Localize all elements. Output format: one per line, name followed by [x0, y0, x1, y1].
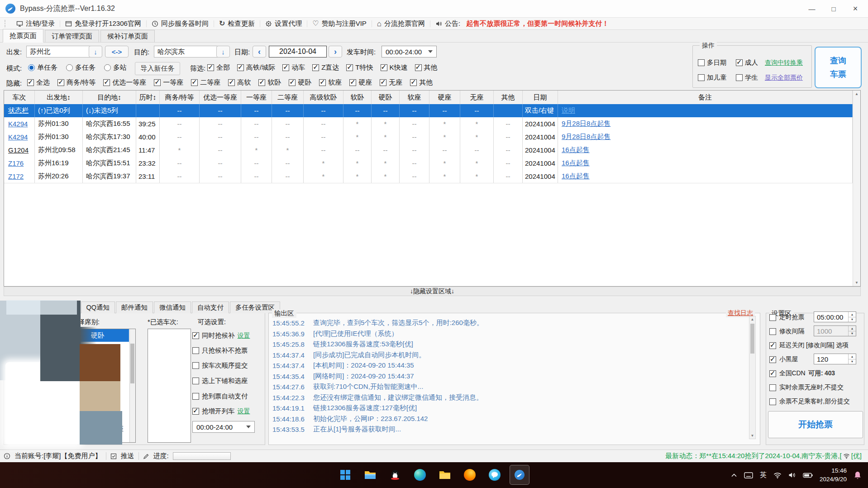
tab-mail-notify[interactable]: 邮件通知 [116, 301, 153, 313]
tab-waitlist-orders[interactable]: 候补订单页面 [100, 30, 155, 42]
next-date-button[interactable]: › [329, 46, 342, 57]
menu-proxy[interactable]: 设置代理 [260, 19, 307, 28]
tab-wechat-notify[interactable]: 微信通知 [154, 301, 191, 313]
spinner-arrows-icon[interactable]: ▲▼ [848, 312, 856, 322]
show-all-prices-link[interactable]: 显示全部票价 [765, 74, 803, 82]
dest-input[interactable]: 哈尔滨东 [154, 46, 220, 57]
filter-k-train[interactable]: K快速 [381, 63, 408, 72]
submit-in-order-checkbox[interactable]: 按车次顺序提交 [192, 361, 248, 370]
hide-first-class[interactable]: 一等座 [154, 78, 183, 87]
filter-d-train[interactable]: 动车 [282, 63, 305, 72]
filter-z-train[interactable]: Z直达 [312, 63, 339, 72]
menu-sync-time[interactable]: 同步服务器时间 [147, 19, 214, 28]
edge-browser-icon[interactable] [410, 465, 430, 485]
berth-seat-select-checkbox[interactable]: 选上下铺和选座 [192, 377, 248, 385]
col-dest[interactable]: 目的地↕ [83, 91, 136, 104]
child-checkbox[interactable]: 加儿童 [698, 73, 727, 82]
tab-auto-pay[interactable]: 自动支付 [192, 301, 229, 313]
filter-other[interactable]: 其他 [415, 63, 438, 72]
chat-app-icon[interactable] [485, 465, 505, 485]
hide-hard-sleeper[interactable]: 硬卧 [289, 78, 311, 87]
student-checkbox[interactable]: 学生 [736, 73, 758, 82]
notification-bell-icon[interactable] [854, 471, 862, 480]
timed-grab-spinner[interactable]: 05:00:00 ▲▼ [814, 311, 856, 322]
table-scrollbar[interactable]: ▲ ▼ [853, 91, 860, 286]
train-row[interactable]: K4294 苏州01:30 哈尔滨西16:55 39:25 -- -- -- -… [4, 117, 853, 131]
import-task-button[interactable]: 导入新任务 [135, 62, 180, 75]
hide-other[interactable]: 其他 [410, 78, 433, 87]
maximize-button[interactable]: □ [823, 0, 844, 17]
multi-date-checkbox[interactable]: 多日期 [698, 58, 727, 67]
depart-time-select[interactable]: 00:00-24:00 [382, 46, 437, 57]
timed-grab-checkbox[interactable]: 定时抢票 [769, 313, 804, 321]
tab-qq-notify[interactable]: QQ通知 [81, 301, 115, 313]
menu-official-site[interactable]: ⌂ 分流抢票官网 [372, 19, 430, 28]
hide-deluxe-soft[interactable]: 高软 [228, 78, 251, 87]
depart-input[interactable]: 苏州北 [26, 46, 92, 57]
extra-train-checkbox[interactable]: 抢增开列车 设置 [192, 407, 250, 416]
train-row[interactable]: G1204 苏州北09:58 哈尔滨西21:45 11:47 * -- * * … [4, 144, 853, 157]
query-tickets-button[interactable]: 查询 车票 [815, 47, 862, 88]
grab-waitlist-checkbox[interactable]: 同时抢候补 设置 [192, 331, 250, 340]
train-row[interactable]: Z176 苏州16:19 哈尔滨西15:51 23:32 -- -- -- --… [4, 157, 853, 170]
col-duration[interactable]: 历时↕ [136, 91, 160, 104]
cdn-checkbox[interactable]: 全国CDN 可用: 403 [769, 369, 835, 378]
tray-volume-icon[interactable] [788, 472, 796, 478]
menu-open-12306[interactable]: 免登录打开12306官网 [60, 19, 146, 28]
tray-chevron-up-icon[interactable] [731, 473, 737, 478]
train-row[interactable]: K4294 苏州01:30 哈尔滨东17:30 40:00 -- -- -- -… [4, 130, 853, 144]
menu-vip[interactable]: ♡ 赞助与注册VIP [307, 19, 372, 28]
auto-pay-checkbox[interactable]: 抢到票自动支付 [192, 392, 248, 401]
transfer-query-link[interactable]: 查询中转换乘 [765, 59, 803, 67]
swap-stations-button[interactable]: <-> [105, 46, 129, 57]
scrollbar-thumb[interactable] [130, 344, 134, 383]
col-depart[interactable]: 出发地↕ [35, 91, 83, 104]
file-explorer-icon[interactable] [360, 465, 380, 485]
selected-trains-list[interactable] [148, 329, 191, 443]
ime-language-badge[interactable]: 英 [760, 471, 767, 479]
push-label[interactable]: 推送 [121, 452, 134, 460]
qq-icon[interactable] [385, 465, 405, 485]
tray-wifi-icon[interactable] [773, 472, 782, 478]
interval-checkbox[interactable]: 修改间隔 [769, 327, 804, 335]
mode-multi-radio[interactable]: 多任务 [66, 63, 95, 72]
prev-date-button[interactable]: ‹ [253, 46, 266, 57]
dest-dropdown-button[interactable]: ↓ [216, 46, 230, 57]
scrollbar-thumb[interactable] [750, 324, 754, 354]
train-row[interactable]: Z172 苏州20:26 哈尔滨西19:37 23:11 -- -- -- --… [4, 170, 853, 183]
extra-train-settings-link[interactable]: 设置 [238, 407, 250, 416]
mode-multistation-radio[interactable]: 多站 [104, 63, 127, 72]
hide-business[interactable]: 商务/特等 [57, 78, 95, 87]
touch-keyboard-icon[interactable] [744, 472, 753, 479]
depart-dropdown-button[interactable]: ↓ [89, 46, 102, 57]
hide-soft-sleeper[interactable]: 软卧 [258, 78, 281, 87]
hide-second-class[interactable]: 二等座 [191, 78, 220, 87]
tray-clock[interactable]: 15:46 2024/9/20 [820, 467, 847, 483]
bypass-app-icon[interactable] [510, 465, 529, 485]
folder-icon[interactable] [435, 465, 455, 485]
scroll-up-icon[interactable]: ▲ [749, 317, 755, 321]
filter-all[interactable]: 全部 [207, 63, 230, 72]
status-row[interactable]: 状态栏 (↑)已选0列 (↓)未选5列 -- -- -- -- -- -- --… [4, 104, 853, 118]
scroll-up-icon[interactable]: ▲ [853, 92, 860, 96]
spinner-arrows-icon[interactable]: ▲▼ [848, 354, 856, 364]
filter-t-train[interactable]: T特快 [346, 63, 373, 72]
menu-logout[interactable]: 注销/登录 [11, 19, 60, 28]
minimize-button[interactable]: — [801, 0, 823, 17]
tab-grab-page[interactable]: 抢票页面 [3, 29, 43, 43]
mode-single-radio[interactable]: 单任务 [28, 63, 57, 72]
waitlist-settings-link[interactable]: 设置 [238, 332, 250, 340]
close-button[interactable]: × [844, 0, 866, 17]
tab-order-management[interactable]: 订单管理页面 [45, 30, 99, 42]
waitlist-only-checkbox[interactable]: 只抢候补不抢票 [192, 346, 248, 355]
hide-premium-first[interactable]: 优选一等座 [103, 78, 146, 87]
tray-battery-icon[interactable] [803, 473, 813, 478]
hide-hard-seat[interactable]: 硬座 [349, 78, 372, 87]
hide-soft-seat[interactable]: 软座 [319, 78, 342, 87]
scroll-down-icon[interactable]: ▼ [749, 434, 755, 438]
no-standing-checkbox[interactable]: 实时余票无座时,不提交 [769, 383, 844, 392]
date-input[interactable]: 2024-10-04 [269, 46, 327, 57]
log-scrollbar[interactable]: ▲ ▼ [749, 316, 756, 439]
scroll-down-icon[interactable]: ▼ [853, 281, 860, 285]
hide-standing[interactable]: 无座 [380, 78, 402, 87]
